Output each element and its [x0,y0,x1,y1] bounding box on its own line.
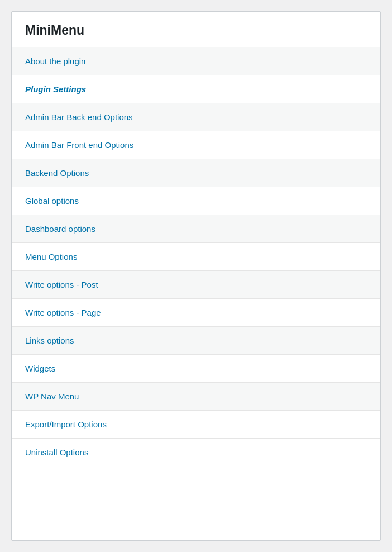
menu-item-export-import[interactable]: Export/Import Options [12,411,380,439]
menu-item-backend-options[interactable]: Backend Options [12,159,380,187]
menu-item-global-options[interactable]: Global options [12,187,380,215]
page-title: MiniMenu [12,12,380,47]
menu-item-dashboard-options[interactable]: Dashboard options [12,215,380,243]
menu-item-uninstall-options[interactable]: Uninstall Options [12,439,380,466]
menu-item-admin-bar-frontend[interactable]: Admin Bar Front end Options [12,131,380,159]
menu-item-widgets[interactable]: Widgets [12,355,380,383]
menu-item-menu-options[interactable]: Menu Options [12,243,380,271]
menu-item-write-options-post[interactable]: Write options - Post [12,271,380,299]
menu-item-write-options-page[interactable]: Write options - Page [12,299,380,327]
menu-list: About the pluginPlugin SettingsAdmin Bar… [12,47,380,466]
menu-item-wp-nav-menu[interactable]: WP Nav Menu [12,383,380,411]
menu-item-links-options[interactable]: Links options [12,327,380,355]
menu-item-plugin-settings[interactable]: Plugin Settings [12,75,380,103]
menu-item-about-plugin[interactable]: About the plugin [12,47,380,75]
main-container: MiniMenu About the pluginPlugin Settings… [11,11,381,541]
menu-item-admin-bar-backend[interactable]: Admin Bar Back end Options [12,103,380,131]
